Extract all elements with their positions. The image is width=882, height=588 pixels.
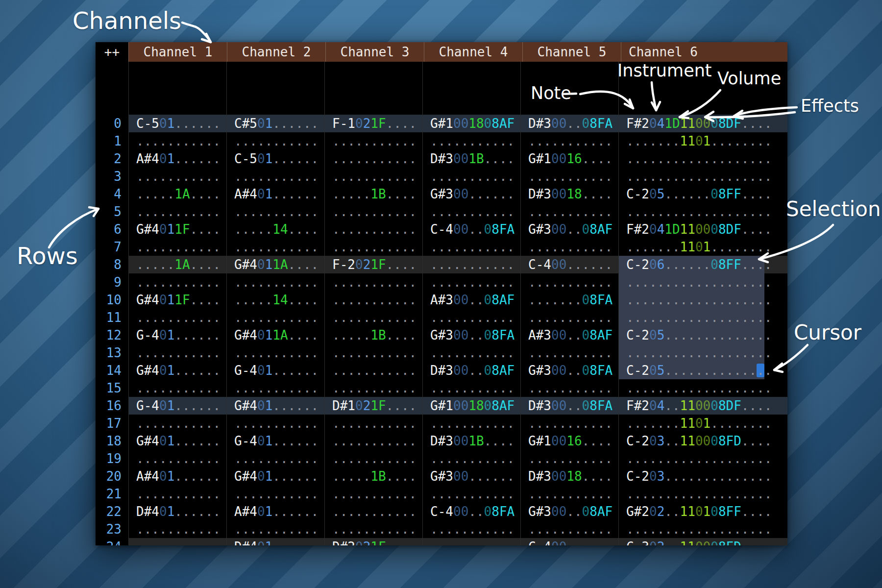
pattern-cell[interactable]: ................... <box>618 485 787 503</box>
pattern-cell[interactable]: G#10016.... <box>520 150 618 168</box>
pattern-cell[interactable]: A#401...... <box>226 503 324 520</box>
pattern-cell[interactable]: .......08FA <box>520 291 618 309</box>
pattern-cell[interactable]: G#401...... <box>128 362 226 379</box>
pattern-cell[interactable]: ................... <box>618 168 787 185</box>
pattern-cell[interactable]: C-205.............. <box>618 362 787 379</box>
pattern-cell[interactable]: ........... <box>324 168 422 185</box>
pattern-cell[interactable]: ........... <box>324 485 422 503</box>
channel-header-2[interactable]: Channel 2 <box>227 42 325 62</box>
pattern-cell[interactable]: ........... <box>324 203 422 220</box>
pattern-cell[interactable]: D#2021F.... <box>324 538 422 545</box>
pattern-cell[interactable]: D#1021F.... <box>324 397 422 415</box>
pattern-cell[interactable]: F#2041D110008DF.... <box>618 220 787 238</box>
pattern-cell[interactable]: ........... <box>520 132 618 150</box>
pattern-cell[interactable]: G#300...... <box>422 467 520 485</box>
pattern-cell[interactable]: ................... <box>618 344 787 362</box>
pattern-cell[interactable]: G#401...... <box>226 467 324 485</box>
pattern-cell[interactable]: G-401...... <box>226 362 324 379</box>
pattern-cell[interactable]: ........... <box>520 485 618 503</box>
pattern-cell[interactable]: C-205......08FF.... <box>618 185 787 203</box>
pattern-cell[interactable]: ........... <box>128 450 226 467</box>
channel-header-4[interactable]: Channel 4 <box>424 42 522 62</box>
pattern-cell[interactable]: .....14.... <box>226 220 324 238</box>
pattern-cell[interactable]: ........... <box>520 273 618 291</box>
pattern-cell[interactable]: F#2041D110008DF.... <box>618 115 787 132</box>
pattern-cell[interactable]: .....1B.... <box>324 467 422 485</box>
pattern-cell[interactable]: C-205.............. <box>618 326 787 344</box>
pattern-cell[interactable]: ........... <box>226 168 324 185</box>
pattern-cell[interactable]: ........... <box>226 379 324 397</box>
pattern-cell[interactable]: D#300..08FA <box>520 115 618 132</box>
pattern-cell[interactable]: ........... <box>520 379 618 397</box>
pattern-cell[interactable]: ........... <box>520 520 618 538</box>
pattern-cell[interactable]: .....1B.... <box>324 185 422 203</box>
pattern-cell[interactable]: ........... <box>422 344 520 362</box>
pattern-cell[interactable]: A#401...... <box>128 467 226 485</box>
channel-header-1[interactable]: Channel 1 <box>128 42 227 62</box>
pattern-cell[interactable]: ........... <box>324 520 422 538</box>
pattern-cell[interactable]: A#401...... <box>128 150 226 168</box>
pattern-cell[interactable]: G#4011A.... <box>226 256 324 273</box>
pattern-cell[interactable]: ........... <box>422 273 520 291</box>
pattern-cell[interactable]: ........... <box>128 238 226 256</box>
pattern-cell[interactable]: ........... <box>324 503 422 520</box>
pattern-cell[interactable]: D#30018.... <box>520 185 618 203</box>
pattern-cell[interactable]: ........... <box>422 256 520 273</box>
pattern-cell[interactable]: C-203..110008FD.... <box>618 432 787 450</box>
pattern-cell[interactable]: ........... <box>226 273 324 291</box>
pattern-cell[interactable]: F-1021F.... <box>324 115 422 132</box>
pattern-cell[interactable]: ........... <box>422 538 520 545</box>
pattern-cell[interactable]: ........... <box>128 168 226 185</box>
pattern-cell[interactable]: ........... <box>128 344 226 362</box>
pattern-cell[interactable]: ........... <box>422 203 520 220</box>
pattern-cell[interactable]: .......1101........ <box>618 132 787 150</box>
pattern-cell[interactable]: G#4011F.... <box>128 291 226 309</box>
pattern-cell[interactable]: .......1101........ <box>618 238 787 256</box>
pattern-cell[interactable]: ........... <box>422 168 520 185</box>
pattern-cell[interactable]: ................... <box>618 309 787 326</box>
pattern-cell[interactable]: ........... <box>128 132 226 150</box>
pattern-cell[interactable]: ........... <box>324 220 422 238</box>
pattern-cell[interactable]: ........... <box>324 432 422 450</box>
pattern-cell[interactable]: F-2021F.... <box>324 256 422 273</box>
pattern-cell[interactable]: G#1001808AF <box>422 115 520 132</box>
pattern-cell[interactable]: ........... <box>128 485 226 503</box>
pattern-cell[interactable]: C-400...... <box>520 256 618 273</box>
pattern-cell[interactable]: C-400...... <box>520 538 618 545</box>
pattern-cell[interactable]: ........... <box>226 344 324 362</box>
pattern-cell[interactable]: ........... <box>128 538 226 545</box>
channel-header-3[interactable]: Channel 3 <box>325 42 424 62</box>
pattern-cell[interactable]: G-401...... <box>128 397 226 415</box>
pattern-cell[interactable]: C-400..08FA <box>422 220 520 238</box>
pattern-cell[interactable]: ........... <box>324 150 422 168</box>
pattern-cell[interactable]: C-501...... <box>128 115 226 132</box>
pattern-cell[interactable]: ........... <box>520 450 618 467</box>
pattern-cell[interactable]: ........... <box>128 203 226 220</box>
pattern-cell[interactable]: ........... <box>128 273 226 291</box>
pattern-cell[interactable]: D#30018.... <box>520 467 618 485</box>
pattern-cell[interactable]: .....1A.... <box>128 256 226 273</box>
pattern-cell[interactable]: ........... <box>422 379 520 397</box>
pattern-cell[interactable]: ........... <box>128 309 226 326</box>
pattern-cell[interactable]: G#4011F.... <box>128 220 226 238</box>
pattern-cell[interactable]: .....1A.... <box>128 185 226 203</box>
pattern-cell[interactable]: G#300..08FA <box>422 326 520 344</box>
pattern-cell[interactable]: G#401...... <box>226 397 324 415</box>
pattern-cell[interactable]: ................... <box>618 291 787 309</box>
pattern-cell[interactable]: ........... <box>226 520 324 538</box>
pattern-cell[interactable]: ........... <box>226 132 324 150</box>
pattern-cell[interactable]: ........... <box>520 344 618 362</box>
pattern-cell[interactable]: G#300..08AF <box>520 503 618 520</box>
pattern-cell[interactable]: ........... <box>422 238 520 256</box>
pattern-cell[interactable]: G#300..08FA <box>520 362 618 379</box>
pattern-cell[interactable]: ........... <box>226 203 324 220</box>
pattern-cell[interactable]: ........... <box>324 132 422 150</box>
pattern-cell[interactable]: G#300..08AF <box>520 220 618 238</box>
pattern-cell[interactable]: ........... <box>128 415 226 432</box>
pattern-cell[interactable]: ........... <box>324 238 422 256</box>
pattern-cell[interactable]: D#401...... <box>226 538 324 545</box>
pattern-cell[interactable]: C-302..110008FD.... <box>618 538 787 545</box>
pattern-cell[interactable]: G#401...... <box>128 432 226 450</box>
pattern-cell[interactable]: ........... <box>324 379 422 397</box>
pattern-cell[interactable]: C-206......08FF.... <box>618 256 787 273</box>
